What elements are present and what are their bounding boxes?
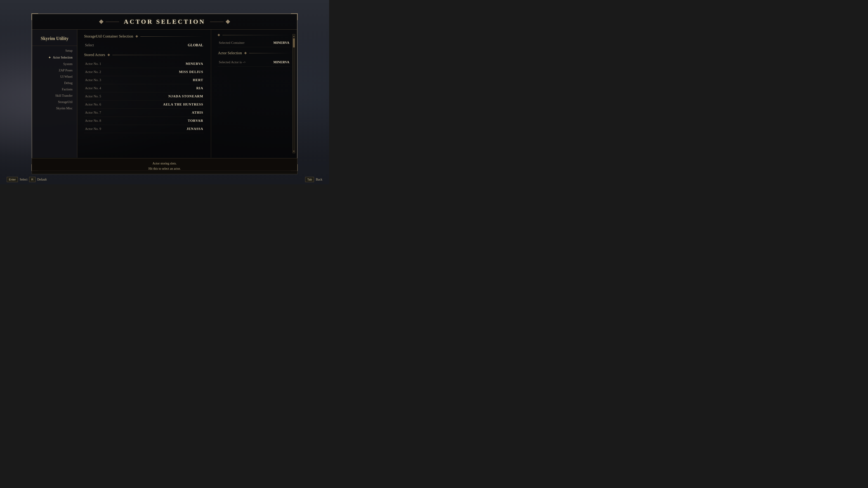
actor-number-4: Actor No. 4 [85,86,101,90]
sidebar-item-zap-poses[interactable]: ZAP Poses [32,67,77,74]
actor-number-5: Actor No. 5 [85,94,101,98]
container-section-header: StorageUtil Container Selection [84,34,204,39]
actor-number-3: Actor No. 3 [85,78,101,82]
default-control-label: Default [37,178,47,182]
actor-name-8: TORVAR [188,119,203,123]
sidebar-title: Skyrim Utility [32,34,77,46]
tab-key-badge: Tab [305,177,314,182]
actor-item-9[interactable]: Actor No. 9 JENASSA [84,125,204,133]
actor-number-8: Actor No. 8 [85,119,101,123]
sidebar-item-skyrim-misc[interactable]: Skyrim Misc [32,105,77,111]
stored-actors-title: Stored Actors [84,53,105,57]
actor-name-3: HERT [193,78,203,82]
back-control-label: Back [316,178,322,182]
header-diamond-right [225,20,230,24]
section-line-container [141,36,204,37]
actor-item-6[interactable]: Actor No. 6 AELA THE HUNTRESS [84,101,204,109]
actor-name-6: AELA THE HUNTRESS [163,103,203,106]
main-container: ACTOR SELECTION Skyrim Utility Setup ✦ A… [32,13,298,171]
sidebar-item-ui-wheel[interactable]: UI Wheel [32,74,77,80]
sidebar-item-skill-transfer[interactable]: Skill Transfer [32,93,77,99]
sidebar-item-setup[interactable]: Setup [32,48,77,54]
actor-list: Actor No. 1 MINERVA Actor No. 2 MISS DEL… [84,60,204,133]
gear-icon: ✦ [48,55,51,60]
select-label: Select [85,43,94,47]
sidebar-item-system[interactable]: System [32,61,77,67]
sidebar-item-factions[interactable]: Factions [32,86,77,93]
selected-container-label: Selected Container [219,41,245,45]
actor-name-4: RIA [196,86,203,90]
actor-item-3[interactable]: Actor No. 3 HERT [84,76,204,84]
actor-item-7[interactable]: Actor No. 7 ATHIS [84,109,204,117]
left-controls: Enter Select R Default [7,177,47,182]
section-diamond-container [135,35,138,37]
selected-actor-value: MINERVA [273,60,289,64]
actor-item-5[interactable]: Actor No. 5 NJADA STONEARM [84,92,204,101]
right-line-top [222,35,290,35]
actor-number-7: Actor No. 7 [85,111,101,115]
header-diamond-left [99,20,104,24]
actor-number-2: Actor No. 2 [85,70,101,74]
panels-area: StorageUtil Container Selection Select G… [77,30,297,158]
right-section-diamond [244,52,247,54]
scrollbar-arrow-up[interactable]: ▲ [293,34,295,38]
header-line-left [105,22,119,22]
actor-name-9: JENASSA [186,127,203,131]
sidebar-item-debug[interactable]: Debug [32,80,77,86]
bottom-controls: Enter Select R Default Tab Back [0,177,329,182]
actor-number-9: Actor No. 9 [85,127,101,131]
actor-number-6: Actor No. 6 [85,103,101,106]
enter-key-badge: Enter [7,177,18,182]
right-actor-section-header: Actor Selection [218,51,290,55]
right-actor-section-title: Actor Selection [218,51,242,55]
r-key-badge: R [29,177,35,182]
description-text: Actor storing slots. Hit this to select … [39,161,290,171]
scrollbar-thumb[interactable] [293,38,295,47]
header-ornament-left [100,20,119,23]
header-ornament-right [210,20,229,23]
right-panel: Selected Container MINERVA Actor Selecti… [211,30,297,158]
actor-item-8[interactable]: Actor No. 8 TORVAR [84,117,204,125]
right-controls: Tab Back [305,177,322,182]
scrollbar-track[interactable]: ▲ ▼ [292,34,295,153]
select-row[interactable]: Select GLOBAL [84,41,204,49]
right-diamond-top [217,34,220,36]
actor-item-4[interactable]: Actor No. 4 RIA [84,84,204,92]
selected-actor-label: Selected Actor is -> [219,60,246,64]
actor-name-5: NJADA STONEARM [168,94,203,98]
description-bar: Actor storing slots. Hit this to select … [32,158,298,174]
actor-item-1[interactable]: Actor No. 1 MINERVA [84,60,204,68]
actor-number-1: Actor No. 1 [85,62,101,66]
actor-name-2: MISS DELIUS [179,70,203,74]
container-section-title: StorageUtil Container Selection [84,34,133,39]
selected-container-row[interactable]: Selected Container MINERVA [218,39,290,47]
actor-name-7: ATHIS [192,111,203,115]
section-diamond-actors [107,54,110,56]
sidebar: Skyrim Utility Setup ✦ Actor Selection S… [32,30,77,158]
actor-item-2[interactable]: Actor No. 2 MISS DELIUS [84,68,204,76]
left-panel: StorageUtil Container Selection Select G… [77,30,211,158]
select-control-label: Select [20,178,27,182]
stored-actors-section-header: Stored Actors [84,53,204,57]
page-title: ACTOR SELECTION [124,18,205,25]
header: ACTOR SELECTION [32,14,297,30]
header-line-right [210,22,223,22]
select-value: GLOBAL [188,43,203,47]
sidebar-item-actor-selection[interactable]: ✦ Actor Selection [32,54,77,61]
selected-container-value: MINERVA [273,41,289,45]
scrollbar-arrow-down[interactable]: ▼ [293,149,295,153]
section-line-actors [112,55,204,55]
selected-actor-row[interactable]: Selected Actor is -> MINERVA [218,58,290,67]
content-area: Skyrim Utility Setup ✦ Actor Selection S… [32,30,297,158]
actor-name-1: MINERVA [186,62,203,66]
sidebar-item-storageutil[interactable]: StorageUtil [32,99,77,105]
